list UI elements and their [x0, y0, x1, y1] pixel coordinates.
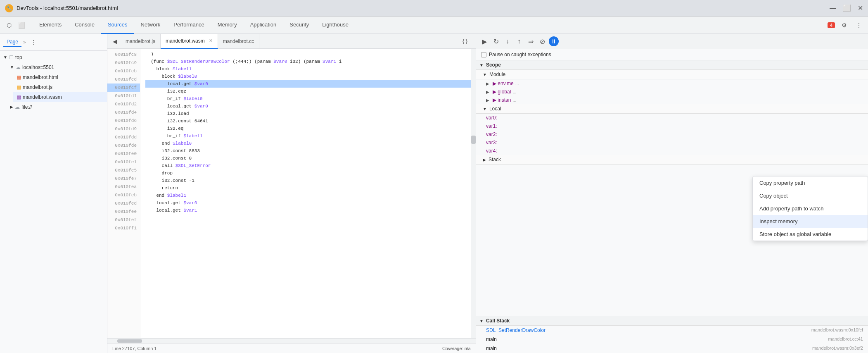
call-stack-item-1[interactable]: main mandelbrot.cc:41 [476, 335, 868, 344]
code-line: (func $SDL_SetRenderDrawColor (;444;) (p… [145, 58, 471, 65]
call-stack-section: ▼ Call Stack SDL_SetRenderDrawColor mand… [476, 316, 868, 353]
sidebar-tree: ▼ ☐ top ▼ ☁ localhost:5501 ▩ mandelbrot.… [0, 51, 107, 353]
tree-item-localhost[interactable]: ▼ ☁ localhost:5501 [7, 62, 107, 72]
expand-icon: ▶ [486, 81, 489, 86]
tab-network[interactable]: Network [134, 17, 167, 34]
step-out-button[interactable]: ↑ [514, 36, 524, 46]
pause-exceptions-checkbox[interactable] [481, 52, 486, 57]
coverage-status: Coverage: n/a [442, 346, 471, 351]
tab-elements[interactable]: Elements [33, 17, 68, 34]
right-panel: ▶ ↻ ↓ ↑ ⇒ ⊘ ⏸ Pause on caught exceptions… [476, 34, 868, 353]
code-line: drop [145, 169, 471, 177]
line-num: 0x010fcd [107, 75, 140, 83]
code-line: i32.const -1 [145, 177, 471, 184]
tree-item-js[interactable]: ▩ mandelbrot.js [13, 82, 107, 92]
line-num: 0x010feb [107, 191, 140, 199]
context-item-copy-object[interactable]: Copy object [753, 189, 868, 202]
call-stack-item-0[interactable]: SDL_SetRenderDrawColor mandelbrot.wasm:0… [476, 326, 868, 335]
code-line: i32.eqz [145, 88, 471, 95]
editor-tab-js[interactable]: mandelbrot.js [121, 34, 161, 49]
h-scrollbar-thumb[interactable] [117, 339, 142, 343]
code-line: end $label0 [145, 140, 471, 147]
tab-lighthouse[interactable]: Lighthouse [315, 17, 355, 34]
tab-sources[interactable]: Sources [101, 17, 134, 34]
tree-item-file[interactable]: ▶ ☁ file:// [7, 102, 107, 112]
tab-close-icon[interactable]: ✕ [209, 38, 213, 43]
close-button[interactable]: ✕ [858, 4, 863, 12]
call-stack-fn: main [486, 336, 497, 342]
scope-item-var0[interactable]: var0: [476, 114, 868, 122]
editor-tab-wasm[interactable]: mandelbrot.wasm ✕ [161, 34, 218, 49]
scope-item-global[interactable]: ▶ ▶ global ... [476, 88, 868, 96]
editor-tab-cc[interactable]: mandelbrot.cc [218, 34, 259, 49]
sidebar-tab-page[interactable]: Page [3, 37, 21, 47]
editor-tab-js-label: mandelbrot.js [126, 38, 155, 44]
tree-item-html[interactable]: ▩ mandelbrot.html [13, 72, 107, 82]
tab-console[interactable]: Console [68, 17, 101, 34]
scope-item-var3[interactable]: var3: [476, 138, 868, 147]
resume-button[interactable]: ▶ [479, 36, 489, 46]
module-chevron-icon: ▼ [483, 72, 487, 77]
main-container: Page » ⋮ ▼ ☐ top ▼ ☁ localhost:5501 ▩ ma… [0, 34, 868, 353]
tab-security[interactable]: Security [283, 17, 315, 34]
code-line: call $SDL_SetError [145, 162, 471, 169]
tree-label-js: mandelbrot.js [23, 83, 52, 91]
app-icon: 🔧 [5, 4, 13, 12]
scope-item-env[interactable]: ▶ ▶ env.me ... [476, 79, 868, 88]
scope-item-var1[interactable]: var1: [476, 122, 868, 130]
tree-item-top[interactable]: ▼ ☐ top [0, 52, 107, 62]
tab-performance[interactable]: Performance [167, 17, 211, 34]
device-toggle-button[interactable]: ⬜ [16, 19, 27, 31]
context-item-copy-path[interactable]: Copy property path [753, 176, 868, 189]
main-tabs: Elements Console Sources Network Perform… [33, 17, 827, 34]
call-stack-item-2[interactable]: main mandelbrot.wasm:0x3ef2 [476, 344, 868, 353]
step-over-button[interactable]: ↻ [491, 36, 501, 46]
local-header[interactable]: ▼ Local [476, 104, 868, 114]
wasm-file-icon: ▩ [17, 93, 21, 101]
tab-application[interactable]: Application [244, 17, 283, 34]
maximize-button[interactable]: ⬜ [843, 4, 851, 12]
line-num: 0x010fc8 [107, 50, 140, 59]
scope-item-var2[interactable]: var2: [476, 130, 868, 138]
code-line: i32.load [145, 110, 471, 117]
more-button[interactable]: ⋮ [853, 19, 865, 31]
step-button[interactable]: ⇒ [526, 36, 536, 46]
context-item-add-watch[interactable]: Add property path to watch [753, 202, 868, 215]
tree-label-wasm: mandelbrot.wasm [23, 93, 62, 101]
scope-item-var4[interactable]: var4: [476, 147, 868, 155]
minimize-button[interactable]: — [830, 4, 836, 12]
tab-memory[interactable]: Memory [211, 17, 244, 34]
line-num: 0x010fd2 [107, 100, 140, 108]
line-num: 0x010fdd [107, 133, 140, 141]
code-line: local.get $var1 [145, 207, 471, 214]
call-stack-header[interactable]: ▼ Call Stack [476, 316, 868, 326]
stack-header[interactable]: ▶ Stack [476, 155, 868, 165]
settings-button[interactable]: ⚙ [838, 19, 850, 31]
scope-header[interactable]: ▼ Scope [476, 60, 868, 70]
sidebar-action-btn[interactable]: ⋮ [28, 36, 39, 48]
call-stack-fn: main [486, 346, 497, 351]
inspect-element-button[interactable]: ⬡ [3, 19, 15, 31]
line-num: 0x010ff1 [107, 224, 140, 232]
line-num: 0x010fcb [107, 67, 140, 75]
scope-ellipsis: ... [512, 89, 516, 94]
context-item-inspect-memory[interactable]: Inspect memory [753, 215, 868, 228]
code-area[interactable]: ) (func $SDL_SetRenderDrawColor (;444;) … [140, 49, 476, 338]
scrollbar-thumb[interactable] [471, 136, 476, 144]
line-num: 0x010fe7 [107, 174, 140, 183]
horizontal-scrollbar[interactable] [107, 338, 476, 343]
sidebar-expand-icon[interactable]: » [23, 39, 26, 45]
editor-nav-back[interactable]: ◀ [109, 36, 121, 47]
tree-item-wasm[interactable]: ▩ mandelbrot.wasm [13, 92, 107, 102]
editor-container: ◀ mandelbrot.js mandelbrot.wasm ✕ mandel… [107, 34, 476, 353]
editor-format-button[interactable]: { } [459, 36, 471, 47]
expand-icon: ▶ [486, 98, 489, 103]
scope-item-instan[interactable]: ▶ ▶ instan ... [476, 96, 868, 104]
step-into-button[interactable]: ↓ [503, 36, 512, 46]
vertical-scrollbar[interactable] [471, 49, 476, 338]
module-header[interactable]: ▼ Module [476, 70, 868, 79]
line-num: 0x010fef [107, 216, 140, 224]
line-num: 0x010fe1 [107, 158, 140, 166]
context-item-store-global[interactable]: Store object as global variable [753, 228, 868, 241]
deactivate-breakpoints-button[interactable]: ⊘ [537, 36, 547, 46]
